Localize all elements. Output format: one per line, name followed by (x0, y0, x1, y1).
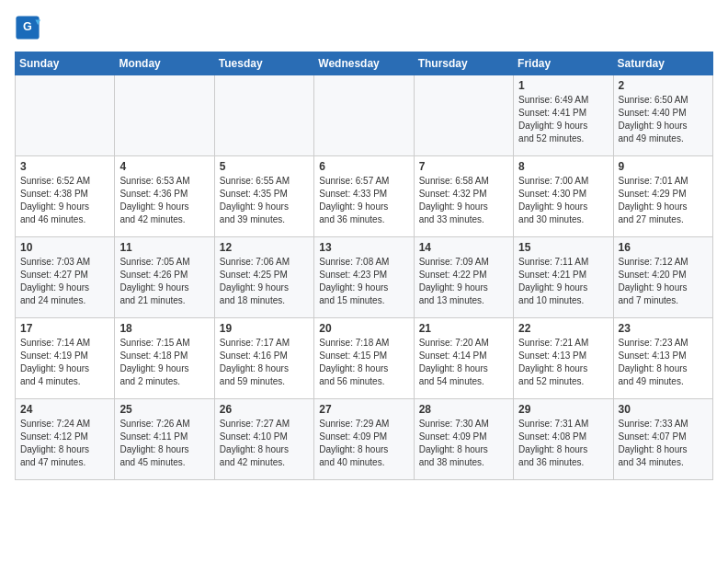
day-number: 19 (220, 322, 309, 335)
day-info: Sunrise: 7:15 AM Sunset: 4:18 PM Dayligh… (119, 337, 209, 388)
day-info: Sunrise: 6:49 AM Sunset: 4:41 PM Dayligh… (518, 94, 608, 145)
calendar-cell: 13Sunrise: 7:08 AM Sunset: 4:23 PM Dayli… (314, 237, 414, 318)
day-info: Sunrise: 7:21 AM Sunset: 4:13 PM Dayligh… (518, 337, 608, 388)
day-info: Sunrise: 7:31 AM Sunset: 4:08 PM Dayligh… (518, 418, 608, 469)
day-info: Sunrise: 7:24 AM Sunset: 4:12 PM Dayligh… (20, 418, 109, 469)
calendar-cell: 9Sunrise: 7:01 AM Sunset: 4:29 PM Daylig… (613, 156, 712, 237)
day-number: 21 (419, 322, 508, 335)
calendar-cell (115, 75, 214, 156)
calendar-cell: 11Sunrise: 7:05 AM Sunset: 4:26 PM Dayli… (115, 237, 214, 318)
calendar-cell: 18Sunrise: 7:15 AM Sunset: 4:18 PM Dayli… (115, 318, 214, 399)
calendar-cell: 16Sunrise: 7:12 AM Sunset: 4:20 PM Dayli… (613, 237, 712, 318)
day-number: 4 (119, 160, 209, 173)
calendar-week-4: 17Sunrise: 7:14 AM Sunset: 4:19 PM Dayli… (16, 318, 713, 399)
calendar-cell (414, 75, 513, 156)
calendar-cell: 29Sunrise: 7:31 AM Sunset: 4:08 PM Dayli… (514, 399, 613, 480)
calendar-cell: 2Sunrise: 6:50 AM Sunset: 4:40 PM Daylig… (613, 75, 712, 156)
calendar-cell: 1Sunrise: 6:49 AM Sunset: 4:41 PM Daylig… (514, 75, 613, 156)
calendar-week-2: 3Sunrise: 6:52 AM Sunset: 4:38 PM Daylig… (16, 156, 713, 237)
weekday-header-friday: Friday (514, 52, 613, 75)
day-number: 24 (20, 403, 109, 416)
day-number: 22 (518, 322, 608, 335)
calendar-cell: 12Sunrise: 7:06 AM Sunset: 4:25 PM Dayli… (214, 237, 313, 318)
day-info: Sunrise: 7:12 AM Sunset: 4:20 PM Dayligh… (619, 256, 708, 307)
day-info: Sunrise: 7:14 AM Sunset: 4:19 PM Dayligh… (20, 337, 109, 388)
day-info: Sunrise: 7:08 AM Sunset: 4:23 PM Dayligh… (319, 256, 408, 307)
day-number: 23 (619, 322, 708, 335)
calendar-cell: 14Sunrise: 7:09 AM Sunset: 4:22 PM Dayli… (414, 237, 513, 318)
svg-text:G: G (23, 20, 32, 33)
day-number: 18 (119, 322, 209, 335)
day-info: Sunrise: 7:30 AM Sunset: 4:09 PM Dayligh… (419, 418, 508, 469)
page-header: G (15, 15, 713, 40)
day-info: Sunrise: 7:03 AM Sunset: 4:27 PM Dayligh… (20, 256, 109, 307)
day-number: 9 (619, 160, 708, 173)
day-info: Sunrise: 6:55 AM Sunset: 4:35 PM Dayligh… (220, 175, 309, 226)
calendar-week-5: 24Sunrise: 7:24 AM Sunset: 4:12 PM Dayli… (16, 399, 713, 480)
day-number: 30 (619, 403, 708, 416)
calendar-cell: 25Sunrise: 7:26 AM Sunset: 4:11 PM Dayli… (115, 399, 214, 480)
weekday-header-sunday: Sunday (16, 52, 115, 75)
calendar-cell: 8Sunrise: 7:00 AM Sunset: 4:30 PM Daylig… (514, 156, 613, 237)
day-number: 2 (619, 79, 708, 92)
day-number: 12 (220, 241, 309, 254)
day-number: 25 (119, 403, 209, 416)
day-number: 8 (518, 160, 608, 173)
day-info: Sunrise: 6:53 AM Sunset: 4:36 PM Dayligh… (119, 175, 209, 226)
day-number: 14 (419, 241, 508, 254)
day-number: 6 (319, 160, 408, 173)
day-number: 13 (319, 241, 408, 254)
calendar-cell: 15Sunrise: 7:11 AM Sunset: 4:21 PM Dayli… (514, 237, 613, 318)
calendar-cell (214, 75, 313, 156)
day-info: Sunrise: 7:05 AM Sunset: 4:26 PM Dayligh… (119, 256, 209, 307)
calendar-cell: 6Sunrise: 6:57 AM Sunset: 4:33 PM Daylig… (314, 156, 414, 237)
day-number: 17 (20, 322, 109, 335)
day-info: Sunrise: 6:52 AM Sunset: 4:38 PM Dayligh… (20, 175, 109, 226)
day-info: Sunrise: 7:33 AM Sunset: 4:07 PM Dayligh… (619, 418, 708, 469)
day-number: 3 (20, 160, 109, 173)
calendar-cell: 24Sunrise: 7:24 AM Sunset: 4:12 PM Dayli… (16, 399, 115, 480)
day-info: Sunrise: 7:29 AM Sunset: 4:09 PM Dayligh… (319, 418, 408, 469)
calendar-cell: 26Sunrise: 7:27 AM Sunset: 4:10 PM Dayli… (214, 399, 313, 480)
day-info: Sunrise: 7:00 AM Sunset: 4:30 PM Dayligh… (518, 175, 608, 226)
calendar-week-1: 1Sunrise: 6:49 AM Sunset: 4:41 PM Daylig… (16, 75, 713, 156)
day-info: Sunrise: 7:18 AM Sunset: 4:15 PM Dayligh… (319, 337, 408, 388)
day-info: Sunrise: 7:06 AM Sunset: 4:25 PM Dayligh… (220, 256, 309, 307)
day-info: Sunrise: 6:57 AM Sunset: 4:33 PM Dayligh… (319, 175, 408, 226)
day-number: 26 (220, 403, 309, 416)
day-info: Sunrise: 7:11 AM Sunset: 4:21 PM Dayligh… (518, 256, 608, 307)
calendar-cell: 5Sunrise: 6:55 AM Sunset: 4:35 PM Daylig… (214, 156, 313, 237)
day-info: Sunrise: 6:58 AM Sunset: 4:32 PM Dayligh… (419, 175, 508, 226)
calendar-cell: 30Sunrise: 7:33 AM Sunset: 4:07 PM Dayli… (613, 399, 712, 480)
day-number: 27 (319, 403, 408, 416)
day-number: 10 (20, 241, 109, 254)
weekday-header-wednesday: Wednesday (314, 52, 414, 75)
day-info: Sunrise: 7:09 AM Sunset: 4:22 PM Dayligh… (419, 256, 508, 307)
weekday-header-monday: Monday (115, 52, 214, 75)
calendar-cell (314, 75, 414, 156)
logo-icon: G (15, 15, 40, 40)
weekday-header-tuesday: Tuesday (214, 52, 313, 75)
calendar-table: SundayMondayTuesdayWednesdayThursdayFrid… (15, 52, 713, 480)
day-info: Sunrise: 7:23 AM Sunset: 4:13 PM Dayligh… (619, 337, 708, 388)
calendar-week-3: 10Sunrise: 7:03 AM Sunset: 4:27 PM Dayli… (16, 237, 713, 318)
calendar-cell: 7Sunrise: 6:58 AM Sunset: 4:32 PM Daylig… (414, 156, 513, 237)
calendar-cell: 28Sunrise: 7:30 AM Sunset: 4:09 PM Dayli… (414, 399, 513, 480)
calendar-cell: 21Sunrise: 7:20 AM Sunset: 4:14 PM Dayli… (414, 318, 513, 399)
calendar-cell (16, 75, 115, 156)
calendar-cell: 4Sunrise: 6:53 AM Sunset: 4:36 PM Daylig… (115, 156, 214, 237)
calendar-cell: 23Sunrise: 7:23 AM Sunset: 4:13 PM Dayli… (613, 318, 712, 399)
day-number: 20 (319, 322, 408, 335)
day-info: Sunrise: 6:50 AM Sunset: 4:40 PM Dayligh… (619, 94, 708, 145)
calendar-cell: 10Sunrise: 7:03 AM Sunset: 4:27 PM Dayli… (16, 237, 115, 318)
weekday-header-thursday: Thursday (414, 52, 513, 75)
day-number: 29 (518, 403, 608, 416)
day-number: 5 (220, 160, 309, 173)
day-number: 15 (518, 241, 608, 254)
calendar-cell: 19Sunrise: 7:17 AM Sunset: 4:16 PM Dayli… (214, 318, 313, 399)
day-info: Sunrise: 7:20 AM Sunset: 4:14 PM Dayligh… (419, 337, 508, 388)
calendar-header: SundayMondayTuesdayWednesdayThursdayFrid… (16, 52, 713, 75)
day-info: Sunrise: 7:17 AM Sunset: 4:16 PM Dayligh… (220, 337, 309, 388)
day-info: Sunrise: 7:26 AM Sunset: 4:11 PM Dayligh… (119, 418, 209, 469)
day-number: 11 (119, 241, 209, 254)
